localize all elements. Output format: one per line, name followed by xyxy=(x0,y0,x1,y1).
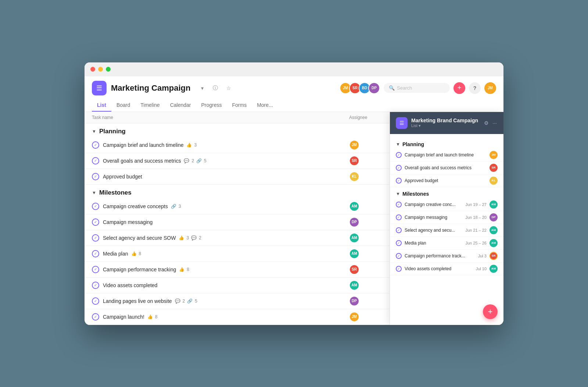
sp-checkbox[interactable]: ✓ xyxy=(396,214,402,220)
sp-planning-title: Planning xyxy=(402,141,424,147)
assignee-avatar: AM xyxy=(349,249,359,259)
assignee-avatar: JM xyxy=(349,312,359,322)
sp-task-row[interactable]: ✓ Media plan Jun 25 – 26 AM xyxy=(390,237,503,250)
sp-date: Jun 18 – 20 xyxy=(466,215,487,220)
app-window: ☰ Marketing Campaign ▾ ⓘ ☆ JM SR BD DP 🔍… xyxy=(85,62,503,325)
sp-checkbox[interactable]: ✓ xyxy=(396,227,402,233)
task-checkbox[interactable]: ✓ xyxy=(92,297,99,305)
assignee-avatar: DP xyxy=(349,296,359,306)
sp-checkbox[interactable]: ✓ xyxy=(396,178,402,184)
sp-checkbox[interactable]: ✓ xyxy=(396,253,402,259)
col-header-assignee: Assignee xyxy=(349,115,390,120)
planning-chevron[interactable]: ▼ xyxy=(92,129,96,134)
sp-checkbox[interactable]: ✓ xyxy=(396,152,402,158)
comment-count: 2 xyxy=(183,299,185,304)
main-content: Task name Assignee Due date Status ▼ Pla… xyxy=(85,112,503,325)
sp-task-row[interactable]: ✓ Campaign messaging Jun 18 – 20 DP xyxy=(390,211,503,224)
sp-task-name: Approved budget xyxy=(405,178,487,183)
sp-task-row[interactable]: ✓ Approved budget KL xyxy=(390,174,503,187)
task-checkbox[interactable]: ✓ xyxy=(92,141,99,149)
sp-chevron[interactable]: ▼ xyxy=(396,191,400,196)
assignee-avatar: AM xyxy=(349,201,359,211)
tab-timeline[interactable]: Timeline xyxy=(135,99,165,112)
sp-milestones-title: Milestones xyxy=(402,191,429,197)
sp-checkbox[interactable]: ✓ xyxy=(396,266,402,272)
like-count: 3 xyxy=(194,142,197,148)
like-count: 8 xyxy=(139,251,141,256)
more-button[interactable]: ··· xyxy=(492,119,498,127)
task-name: Select agency and secure SOW xyxy=(103,235,176,241)
task-checkbox[interactable]: ✓ xyxy=(92,234,99,242)
like-icon: 👍 xyxy=(131,251,137,256)
tab-progress[interactable]: Progress xyxy=(196,99,227,112)
like-icon: 👍 xyxy=(186,142,192,148)
task-checkbox[interactable]: ✓ xyxy=(92,313,99,321)
sp-task-name: Campaign messaging xyxy=(405,215,463,220)
sp-task-name: Campaign creative conc... xyxy=(405,202,463,207)
comment-icon: 💬 xyxy=(191,235,197,240)
sp-date: Jul 3 xyxy=(478,254,487,258)
sp-task-row[interactable]: ✓ Video assets completed Jul 10 AM xyxy=(390,263,503,275)
sp-task-row[interactable]: ✓ Campaign brief and launch timeline JM xyxy=(390,149,503,162)
sp-checkbox[interactable]: ✓ xyxy=(396,165,402,171)
task-name: Campaign performance tracking xyxy=(103,267,176,272)
close-icon[interactable] xyxy=(90,67,95,72)
sp-task-row[interactable]: ✓ Campaign creative conc... Jun 19 – 27 … xyxy=(390,198,503,211)
link-count: 5 xyxy=(195,299,197,304)
minimize-icon[interactable] xyxy=(98,67,103,72)
sp-chevron[interactable]: ▼ xyxy=(396,142,400,147)
sp-task-name: Overall goals and success metrics xyxy=(405,165,487,170)
sp-task-name: Campaign brief and launch timeline xyxy=(405,152,487,158)
task-checkbox[interactable]: ✓ xyxy=(92,218,99,226)
tab-calendar[interactable]: Calendar xyxy=(165,99,196,112)
user-avatar: JM xyxy=(484,82,496,94)
tab-board[interactable]: Board xyxy=(111,99,135,112)
task-checkbox[interactable]: ✓ xyxy=(92,173,99,180)
tab-forms[interactable]: Forms xyxy=(227,99,252,112)
tab-more[interactable]: More... xyxy=(252,99,278,112)
link-icon: 🔗 xyxy=(171,204,176,209)
sp-date: Jun 21 – 22 xyxy=(466,228,487,232)
team-avatars: JM SR BD DP xyxy=(340,82,380,94)
sp-task-row[interactable]: ✓ Campaign performance track... Jul 3 SR xyxy=(390,250,503,263)
dropdown-button[interactable]: ▾ xyxy=(197,83,207,93)
task-checkbox[interactable]: ✓ xyxy=(92,282,99,289)
sp-avatar: AM xyxy=(490,239,498,247)
assignee-avatar: SR xyxy=(349,264,359,275)
sp-task-row[interactable]: ✓ Select agency and secu... Jun 21 – 22 … xyxy=(390,224,503,237)
header: ☰ Marketing Campaign ▾ ⓘ ☆ JM SR BD DP 🔍… xyxy=(85,76,503,112)
task-checkbox[interactable]: ✓ xyxy=(92,266,99,273)
milestones-chevron[interactable]: ▼ xyxy=(92,190,96,195)
sp-avatar: AM xyxy=(490,200,498,209)
col-header-task: Task name xyxy=(92,115,349,120)
assignee-avatar: SR xyxy=(349,156,359,166)
help-button[interactable]: ? xyxy=(469,82,481,94)
task-name: Campaign creative concepts xyxy=(103,203,168,209)
like-icon: 👍 xyxy=(179,267,184,272)
side-panel: ☰ Marketing Brand Campaign List ▾ ⚙ ··· … xyxy=(390,112,503,325)
star-button[interactable]: ☆ xyxy=(223,83,234,93)
sp-task-row[interactable]: ✓ Overall goals and success metrics SR xyxy=(390,162,503,174)
sp-checkbox[interactable]: ✓ xyxy=(396,240,402,246)
tab-list[interactable]: List xyxy=(92,99,111,112)
add-button[interactable]: + xyxy=(453,82,465,94)
app-icon: ☰ xyxy=(92,81,107,95)
sp-avatar: AM xyxy=(490,265,498,273)
fab-add-button[interactable]: + xyxy=(483,304,498,319)
task-name: Campaign brief and launch timeline xyxy=(103,142,183,148)
link-icon: 🔗 xyxy=(187,299,193,304)
sp-avatar: SR xyxy=(490,252,498,260)
maximize-icon[interactable] xyxy=(106,67,111,72)
filter-button[interactable]: ⚙ xyxy=(483,119,490,127)
task-name: Media plan xyxy=(103,251,128,257)
task-name: Overall goals and success metrics xyxy=(103,158,181,164)
sp-checkbox[interactable]: ✓ xyxy=(396,202,402,207)
search-bar[interactable]: 🔍 Search xyxy=(384,83,450,93)
task-checkbox[interactable]: ✓ xyxy=(92,250,99,257)
comment-count: 2 xyxy=(199,235,201,240)
sp-avatar: SR xyxy=(490,164,498,172)
task-checkbox[interactable]: ✓ xyxy=(92,203,99,210)
search-icon: 🔍 xyxy=(389,85,395,91)
task-checkbox[interactable]: ✓ xyxy=(92,157,99,164)
info-button[interactable]: ⓘ xyxy=(210,83,220,93)
